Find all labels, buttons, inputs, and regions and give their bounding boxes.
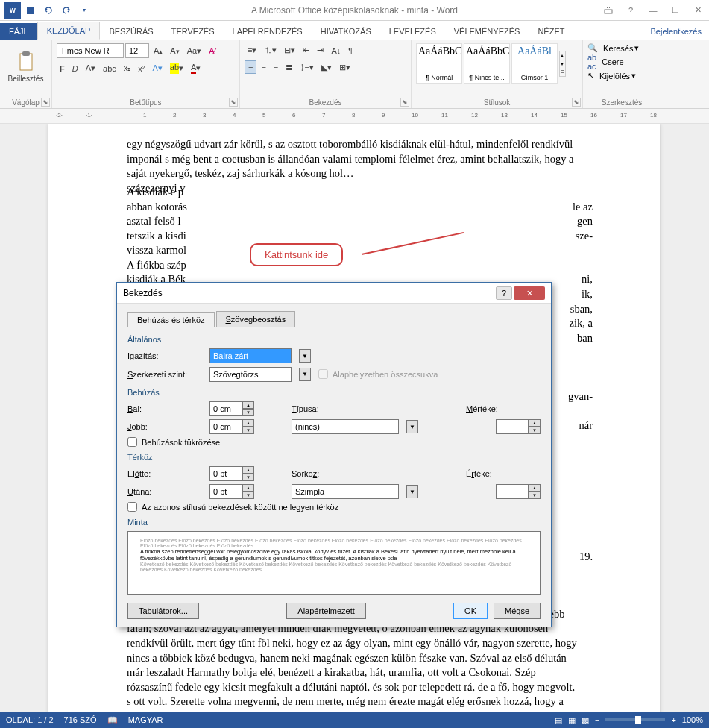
multilevel-icon[interactable]: ⊟▾ <box>281 44 298 57</box>
dialog-help-icon[interactable]: ? <box>496 286 512 300</box>
subscript-icon[interactable]: x₂ <box>121 62 134 75</box>
show-marks-icon[interactable]: ¶ <box>345 45 356 57</box>
paragraph-launcher-icon[interactable]: ⬊ <box>400 98 409 107</box>
spin-down-icon[interactable]: ▼ <box>242 492 254 499</box>
help-icon[interactable]: ? <box>620 1 642 19</box>
line-spacing-icon[interactable]: ‡≡▾ <box>297 61 317 74</box>
style-nospacing[interactable]: AaÁáBbC ¶ Nincs té... <box>464 43 510 84</box>
style-normal[interactable]: AaÁáBbC ¶ Normál <box>416 43 462 84</box>
grow-font-icon[interactable]: A▴ <box>151 45 166 57</box>
tab-references[interactable]: HIVATKOZÁS <box>312 23 380 40</box>
spin-up-icon[interactable]: ▲ <box>242 466 254 474</box>
style-heading1[interactable]: AaÁáBl Címsor 1 <box>511 43 558 84</box>
tab-home[interactable]: KEZDŐLAP <box>37 22 101 40</box>
special-combo[interactable]: (nincs) <box>292 419 399 434</box>
tab-indent-spacing[interactable]: Behúzás és térköz <box>127 312 215 327</box>
tab-design[interactable]: TERVEZÉS <box>163 23 224 40</box>
align-left-icon[interactable]: ≡ <box>245 60 256 74</box>
ribbon-options-icon[interactable] <box>597 1 620 19</box>
spin-up-icon[interactable]: ▲ <box>242 401 254 409</box>
spin-down-icon[interactable]: ▼ <box>242 474 254 481</box>
tab-mailings[interactable]: LEVELEZÉS <box>380 23 445 40</box>
redo-icon[interactable] <box>58 2 75 19</box>
clipboard-launcher-icon[interactable]: ⬊ <box>41 98 50 107</box>
spin-up-icon[interactable]: ▲ <box>529 419 541 427</box>
shrink-font-icon[interactable]: A▾ <box>167 45 182 57</box>
tab-insert[interactable]: BESZÚRÁS <box>100 23 162 40</box>
tab-line-break[interactable]: Szövegbeosztás <box>216 311 296 327</box>
view-web-icon[interactable]: ▩ <box>582 715 589 725</box>
word-icon[interactable]: w <box>4 2 21 19</box>
font-name-input[interactable] <box>57 43 124 58</box>
italic-icon[interactable]: D <box>69 63 81 75</box>
linespacing-combo[interactable]: Szimpla <box>292 484 399 499</box>
shading-icon[interactable]: ◣▾ <box>318 61 335 74</box>
view-print-icon[interactable]: ▤ <box>555 715 562 725</box>
font-color-icon[interactable]: A▾ <box>188 61 204 75</box>
default-button[interactable]: Alapértelmezett <box>286 603 365 619</box>
styles-launcher-icon[interactable]: ⬊ <box>572 98 581 107</box>
alignment-arrow-icon[interactable]: ▼ <box>299 349 311 363</box>
change-case-icon[interactable]: Aa▾ <box>184 45 204 57</box>
cancel-button[interactable]: Mégse <box>494 603 541 619</box>
dialog-close-icon[interactable]: ✕ <box>514 286 545 300</box>
replace-button[interactable]: abac Csere <box>587 53 656 71</box>
outline-combo[interactable]: Szövegtörzs <box>209 367 292 382</box>
dialog-titlebar[interactable]: Bekezdés ? ✕ <box>117 283 551 304</box>
paste-button[interactable]: Beillesztés <box>4 43 47 90</box>
spin-up-icon[interactable]: ▲ <box>242 484 254 492</box>
qat-more-icon[interactable]: ▾ <box>76 2 92 19</box>
view-read-icon[interactable]: ▦ <box>568 715 576 725</box>
save-icon[interactable] <box>22 2 39 19</box>
tab-file[interactable]: FÁJL <box>0 23 37 40</box>
justify-icon[interactable]: ≣ <box>283 61 295 74</box>
horizontal-ruler[interactable]: ·2··1· 123 456 789 101112 131415 161718 <box>0 109 709 124</box>
sort-icon[interactable]: A↓ <box>328 45 344 57</box>
decrease-indent-icon[interactable]: ⇤ <box>300 44 312 57</box>
after-spinner[interactable]: ▲▼ <box>209 484 254 499</box>
zoom-in-icon[interactable]: + <box>671 715 675 724</box>
tabs-button[interactable]: Tabulátorok... <box>127 603 199 619</box>
tab-view[interactable]: NÉZET <box>529 23 573 40</box>
at-spinner[interactable]: ▲▼ <box>496 484 541 499</box>
left-indent-spinner[interactable]: ▲▼ <box>209 401 254 416</box>
linespacing-arrow-icon[interactable]: ▼ <box>406 485 418 498</box>
tab-review[interactable]: VÉLEMÉNYEZÉS <box>445 23 529 40</box>
spin-down-icon[interactable]: ▼ <box>529 427 541 434</box>
bullets-icon[interactable]: ≡▾ <box>245 44 259 57</box>
font-launcher-icon[interactable]: ⬊ <box>229 98 238 107</box>
borders-icon[interactable]: ⊞▾ <box>336 61 353 74</box>
align-center-icon[interactable]: ≡ <box>258 61 268 73</box>
spin-down-icon[interactable]: ▼ <box>242 409 254 416</box>
spin-up-icon[interactable]: ▲ <box>242 419 254 427</box>
zoom-slider[interactable] <box>605 718 665 721</box>
zoom-out-icon[interactable]: − <box>595 715 599 724</box>
highlight-icon[interactable]: ab▾ <box>167 61 186 75</box>
select-button[interactable]: ↖ Kijelölés▾ <box>587 71 656 81</box>
close-icon[interactable]: ✕ <box>687 1 709 19</box>
spin-down-icon[interactable]: ▼ <box>529 492 541 499</box>
spell-check-icon[interactable]: 📖 <box>107 715 118 725</box>
tab-layout[interactable]: LAPELRENDEZÉS <box>224 23 312 40</box>
by-spinner[interactable]: ▲▼ <box>496 419 541 434</box>
maximize-icon[interactable]: ☐ <box>664 1 687 19</box>
before-spinner[interactable]: ▲▼ <box>209 466 254 481</box>
styles-gallery-more[interactable]: ▴▾≡ <box>559 51 566 77</box>
word-count[interactable]: 716 SZÓ <box>64 715 97 724</box>
find-button[interactable]: 🔍 Keresés▾ <box>587 43 656 53</box>
undo-icon[interactable] <box>40 2 57 19</box>
strike-icon[interactable]: abc <box>100 63 119 75</box>
font-size-input[interactable] <box>125 43 149 58</box>
outline-arrow-icon[interactable]: ▼ <box>299 368 311 381</box>
page-indicator[interactable]: OLDAL: 1 / 2 <box>6 715 54 724</box>
language-indicator[interactable]: MAGYAR <box>128 715 163 724</box>
align-right-icon[interactable]: ≡ <box>271 61 281 73</box>
superscript-icon[interactable]: x² <box>135 63 148 75</box>
alignment-combo[interactable]: Balra zárt <box>209 348 292 363</box>
signin-link[interactable]: Bejelentkezés <box>643 23 710 40</box>
ok-button[interactable]: OK <box>453 603 488 619</box>
spin-down-icon[interactable]: ▼ <box>242 427 254 434</box>
bold-icon[interactable]: F <box>57 63 68 75</box>
special-arrow-icon[interactable]: ▼ <box>406 420 418 433</box>
zoom-level[interactable]: 100% <box>682 715 703 724</box>
